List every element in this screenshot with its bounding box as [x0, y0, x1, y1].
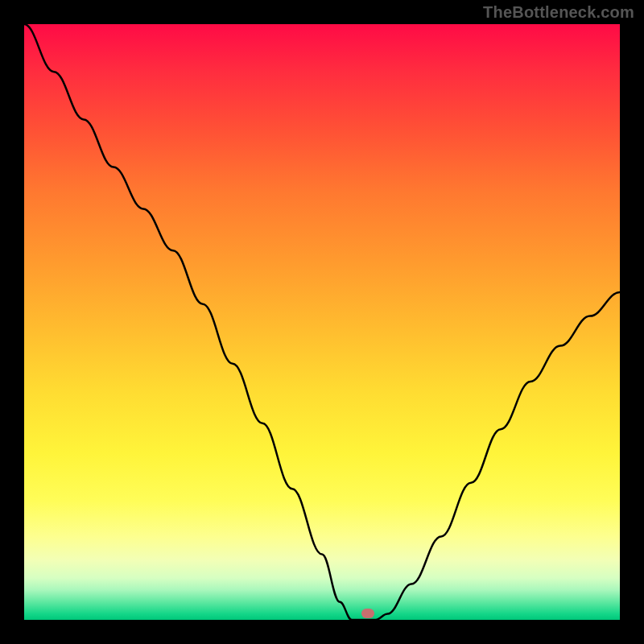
watermark-text: TheBottleneck.com: [483, 3, 634, 22]
bottleneck-curve: [24, 24, 620, 620]
curve-svg: [24, 24, 620, 620]
plot-area: [24, 24, 620, 620]
chart-frame: TheBottleneck.com: [0, 0, 644, 644]
optimum-marker: [361, 609, 374, 618]
